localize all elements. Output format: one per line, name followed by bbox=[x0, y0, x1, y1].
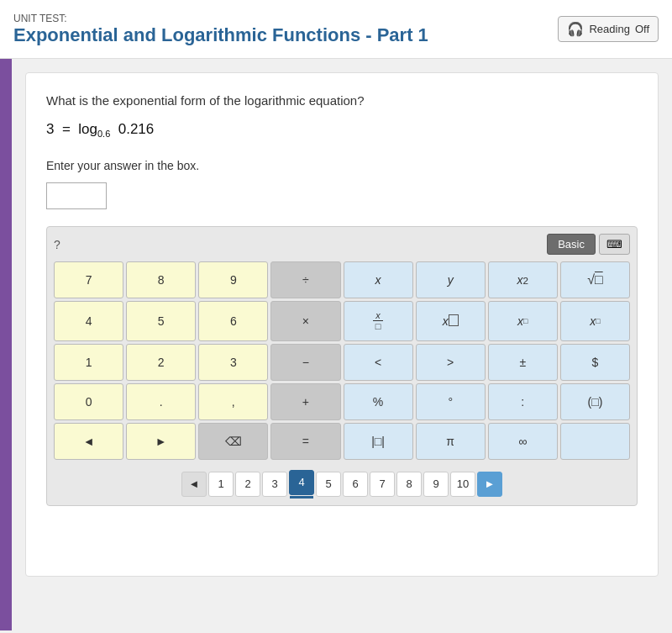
left-bar bbox=[0, 59, 12, 630]
key-plus[interactable]: + bbox=[270, 383, 340, 420]
page-prev[interactable]: ◄ bbox=[181, 472, 207, 497]
reading-button[interactable]: 🎧 Reading Off bbox=[558, 16, 659, 42]
page-title: Exponential and Logarithmic Functions - … bbox=[13, 24, 428, 46]
page-2-wrapper: 2 bbox=[235, 472, 260, 497]
key-comma[interactable]: , bbox=[198, 383, 268, 420]
page-3-wrapper: 3 bbox=[262, 472, 287, 497]
page-9[interactable]: 9 bbox=[423, 472, 449, 497]
page-1[interactable]: 1 bbox=[208, 472, 234, 497]
answer-input[interactable] bbox=[46, 182, 107, 209]
page-5[interactable]: 5 bbox=[316, 472, 341, 497]
instruction-text: Enter your answer in the box. bbox=[46, 159, 638, 172]
tab-keyboard[interactable]: ⌨ bbox=[599, 234, 630, 255]
page-7-wrapper: 7 bbox=[370, 472, 395, 497]
page-6[interactable]: 6 bbox=[343, 472, 368, 497]
question-text: What is the exponential form of the loga… bbox=[46, 93, 638, 108]
key-x[interactable]: x bbox=[344, 261, 413, 298]
reading-label: Reading bbox=[589, 23, 629, 35]
key-grid: 7 8 9 ÷ x y x2 √□ 4 5 6 × x□ bbox=[54, 261, 630, 459]
key-8[interactable]: 8 bbox=[126, 261, 196, 298]
page-next[interactable]: ► bbox=[477, 472, 502, 497]
key-x-sub[interactable]: x□ bbox=[560, 301, 630, 340]
key-1[interactable]: 1 bbox=[54, 344, 123, 381]
page-4-wrapper: 4 bbox=[289, 470, 314, 498]
reading-state: Off bbox=[635, 23, 649, 35]
key-infinity[interactable]: ∞ bbox=[488, 423, 558, 460]
key-dollar[interactable]: $ bbox=[560, 344, 630, 381]
key-greater-than[interactable]: > bbox=[416, 344, 486, 381]
page-3[interactable]: 3 bbox=[262, 472, 287, 497]
header-left: UNIT TEST: Exponential and Logarithmic F… bbox=[13, 13, 428, 46]
keyboard-tabs: Basic ⌨ bbox=[547, 234, 630, 255]
content: What is the exponential form of the loga… bbox=[12, 59, 672, 630]
key-2[interactable]: 2 bbox=[126, 344, 196, 381]
key-divide[interactable]: ÷ bbox=[270, 261, 340, 298]
page-8[interactable]: 8 bbox=[396, 472, 422, 497]
key-multiply[interactable]: × bbox=[270, 301, 340, 340]
page-5-wrapper: 5 bbox=[316, 472, 341, 497]
page-2[interactable]: 2 bbox=[235, 472, 260, 497]
key-3[interactable]: 3 bbox=[198, 344, 268, 381]
key-plus-minus[interactable]: ± bbox=[488, 344, 558, 381]
key-0[interactable]: 0 bbox=[54, 383, 123, 420]
unit-test-label: UNIT TEST: bbox=[13, 13, 428, 24]
key-backspace[interactable]: ⌫ bbox=[198, 423, 268, 460]
equation-display: 3 = log0.6 0.216 bbox=[46, 121, 638, 139]
page-7[interactable]: 7 bbox=[370, 472, 395, 497]
key-abs-value[interactable]: |□| bbox=[344, 423, 413, 460]
key-fraction[interactable]: x□ bbox=[344, 301, 413, 340]
question-card: What is the exponential form of the loga… bbox=[25, 72, 659, 577]
key-minus[interactable]: − bbox=[270, 344, 340, 381]
key-4[interactable]: 4 bbox=[54, 301, 123, 340]
key-arrow-right[interactable]: ► bbox=[126, 423, 196, 460]
active-page-indicator bbox=[290, 496, 313, 498]
key-6[interactable]: 6 bbox=[198, 301, 268, 340]
pagination: ◄ 1 2 3 4 5 bbox=[54, 470, 630, 498]
main-area: What is the exponential form of the loga… bbox=[0, 59, 672, 630]
page-header: UNIT TEST: Exponential and Logarithmic F… bbox=[0, 0, 672, 59]
key-7[interactable]: 7 bbox=[54, 261, 123, 298]
page-4[interactable]: 4 bbox=[289, 470, 314, 495]
keyboard-question-mark: ? bbox=[54, 238, 60, 251]
page-10[interactable]: 10 bbox=[450, 472, 475, 497]
key-arrow-left[interactable]: ◄ bbox=[54, 423, 123, 460]
key-degree[interactable]: ° bbox=[416, 383, 486, 420]
key-pi[interactable]: π bbox=[416, 423, 486, 460]
key-equals[interactable]: = bbox=[270, 423, 340, 460]
key-y[interactable]: y bbox=[416, 261, 486, 298]
page-8-wrapper: 8 bbox=[396, 472, 422, 497]
key-empty bbox=[560, 423, 630, 460]
key-percent[interactable]: % bbox=[344, 383, 413, 420]
page-9-wrapper: 9 bbox=[423, 472, 449, 497]
key-5[interactable]: 5 bbox=[126, 301, 196, 340]
key-dot[interactable]: . bbox=[126, 383, 196, 420]
page-1-wrapper: 1 bbox=[208, 472, 234, 497]
keyboard-top: ? Basic ⌨ bbox=[54, 234, 630, 255]
key-colon[interactable]: : bbox=[488, 383, 558, 420]
key-sqrt[interactable]: √□ bbox=[560, 261, 630, 298]
keyboard-container: ? Basic ⌨ 7 8 9 ÷ x y x2 √□ bbox=[46, 226, 638, 505]
key-less-than[interactable]: < bbox=[344, 344, 413, 381]
key-x-squared[interactable]: x2 bbox=[488, 261, 558, 298]
tab-basic[interactable]: Basic bbox=[547, 234, 596, 255]
key-9[interactable]: 9 bbox=[198, 261, 268, 298]
page-10-wrapper: 10 bbox=[450, 472, 475, 497]
page-6-wrapper: 6 bbox=[343, 472, 368, 497]
key-x-sub-sup[interactable]: x□ bbox=[488, 301, 558, 340]
headphone-icon: 🎧 bbox=[567, 21, 584, 37]
key-x-super[interactable]: x bbox=[416, 301, 486, 340]
key-parentheses[interactable]: (□) bbox=[560, 383, 630, 420]
